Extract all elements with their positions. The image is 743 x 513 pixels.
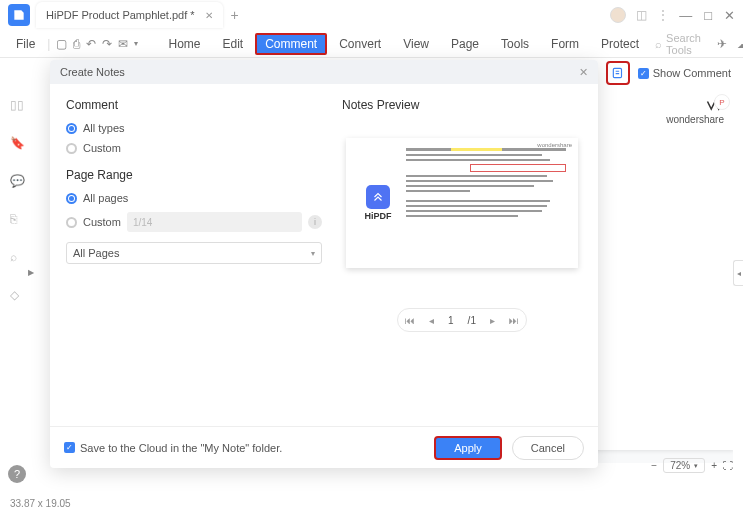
preview-section-title: Notes Preview bbox=[342, 98, 582, 112]
cancel-button[interactable]: Cancel bbox=[512, 436, 584, 460]
create-notes-dialog: Create Notes ✕ Comment All types Custom … bbox=[50, 60, 598, 468]
dialog-footer: ✓ Save to the Cloud in the "My Note" fol… bbox=[50, 426, 598, 468]
tab-view[interactable]: View bbox=[393, 33, 439, 55]
tab-home[interactable]: Home bbox=[158, 33, 210, 55]
zoom-out-button[interactable]: − bbox=[651, 460, 657, 471]
title-bar: HiPDF Product Pamphlet.pdf * ✕ + ◫ ⋮ — □… bbox=[0, 0, 743, 30]
cursor-coordinates: 33.87 x 19.05 bbox=[10, 498, 71, 509]
bookmark-icon[interactable]: 🔖 bbox=[10, 136, 26, 152]
pager-prev-button[interactable]: ◂ bbox=[423, 315, 440, 326]
dialog-close-button[interactable]: ✕ bbox=[579, 66, 588, 79]
add-tab-button[interactable]: + bbox=[231, 7, 239, 23]
dropdown-icon[interactable]: ▾ bbox=[134, 35, 138, 53]
radio-custom-comment[interactable]: Custom bbox=[66, 142, 322, 154]
status-bar: 33.87 x 19.05 bbox=[0, 493, 743, 513]
app-logo bbox=[8, 4, 30, 26]
tab-protect[interactable]: Protect bbox=[591, 33, 649, 55]
radio-custom-comment-label: Custom bbox=[83, 142, 121, 154]
user-avatar[interactable] bbox=[610, 7, 626, 23]
undo-icon[interactable]: ↶ bbox=[86, 35, 96, 53]
zoom-value: 72% bbox=[670, 460, 690, 471]
pager-next-button[interactable]: ▸ bbox=[484, 315, 501, 326]
pages-select[interactable]: All Pages ▾ bbox=[66, 242, 322, 264]
help-button[interactable]: ? bbox=[8, 465, 26, 483]
main-toolbar: File | ▢ ⎙ ↶ ↷ ✉ ▾ Home Edit Comment Con… bbox=[0, 30, 743, 58]
expand-sidebar-icon[interactable]: ▶ bbox=[28, 268, 34, 277]
right-panel-handle[interactable]: ◂ bbox=[733, 260, 743, 286]
pager-total: /1 bbox=[462, 315, 482, 326]
dialog-header: Create Notes ✕ bbox=[50, 60, 598, 84]
document-viewport[interactable]: wondershare P e, t can be so split, sign… bbox=[598, 90, 733, 463]
custom-range-input[interactable]: 1/14 bbox=[127, 212, 302, 232]
save-to-cloud-label: Save to the Cloud in the "My Note" folde… bbox=[80, 442, 282, 454]
radio-custom-range-label: Custom bbox=[83, 216, 121, 228]
search-tools[interactable]: ⌕ Search Tools bbox=[655, 32, 701, 56]
apply-button[interactable]: Apply bbox=[434, 436, 502, 460]
save-icon[interactable]: ▢ bbox=[56, 35, 67, 53]
wondershare-label: wondershare bbox=[666, 114, 724, 125]
radio-checked-icon bbox=[66, 123, 77, 134]
search-placeholder: Search Tools bbox=[666, 32, 701, 56]
cloud-icon[interactable]: ☁ bbox=[737, 37, 743, 51]
notify-icon[interactable]: ◫ bbox=[636, 8, 647, 22]
show-comment-label: Show Comment bbox=[653, 67, 731, 79]
search-panel-icon[interactable]: ⌕ bbox=[10, 250, 26, 266]
document-body-text: e, t can be so split, sign,t, etc. ks to… bbox=[598, 180, 730, 414]
radio-all-types-label: All types bbox=[83, 122, 125, 134]
hipdf-logo-icon bbox=[366, 185, 390, 209]
thumbnails-icon[interactable]: ▯▯ bbox=[10, 98, 26, 114]
comments-panel-icon[interactable]: 💬 bbox=[10, 174, 26, 190]
fit-page-icon[interactable]: ⛶ bbox=[723, 460, 733, 471]
preview-brand-label: wondershare bbox=[537, 142, 572, 148]
custom-range-placeholder: 1/14 bbox=[133, 217, 152, 228]
radio-all-pages-label: All pages bbox=[83, 192, 128, 204]
maximize-button[interactable]: □ bbox=[704, 8, 712, 23]
document-page: wondershare P e, t can be so split, sign… bbox=[598, 90, 733, 450]
preview-thumbnail: wondershare HiPDF bbox=[346, 138, 578, 268]
checkbox-checked-icon: ✓ bbox=[638, 68, 649, 79]
pager-current: 1 bbox=[442, 315, 460, 326]
radio-custom-range[interactable]: Custom bbox=[66, 216, 121, 228]
info-icon[interactable]: i bbox=[308, 215, 322, 229]
radio-checked-icon bbox=[66, 193, 77, 204]
page-range-section-title: Page Range bbox=[66, 168, 322, 182]
radio-all-pages[interactable]: All pages bbox=[66, 192, 322, 204]
mail-icon[interactable]: ✉ bbox=[118, 35, 128, 53]
create-notes-button[interactable] bbox=[606, 61, 630, 85]
attachments-icon[interactable]: ⎘ bbox=[10, 212, 26, 228]
more-icon[interactable]: ⋮ bbox=[657, 8, 669, 22]
tab-comment[interactable]: Comment bbox=[255, 33, 327, 55]
print-icon[interactable]: ⎙ bbox=[73, 35, 80, 53]
document-tab[interactable]: HiPDF Product Pamphlet.pdf * ✕ bbox=[36, 2, 223, 28]
file-menu[interactable]: File bbox=[10, 35, 41, 53]
show-comment-toggle[interactable]: ✓ Show Comment bbox=[638, 67, 731, 79]
tab-tools[interactable]: Tools bbox=[491, 33, 539, 55]
zoom-in-button[interactable]: + bbox=[711, 460, 717, 471]
tab-convert[interactable]: Convert bbox=[329, 33, 391, 55]
zoom-select[interactable]: 72% ▾ bbox=[663, 458, 705, 473]
view-controls: − 72% ▾ + ⛶ bbox=[651, 458, 733, 473]
search-icon: ⌕ bbox=[655, 38, 662, 50]
pdf-badge-icon: P bbox=[714, 94, 730, 110]
radio-unchecked-icon bbox=[66, 143, 77, 154]
pages-select-value: All Pages bbox=[73, 247, 119, 259]
send-icon[interactable]: ✈ bbox=[717, 37, 727, 51]
tab-page[interactable]: Page bbox=[441, 33, 489, 55]
save-to-cloud-checkbox[interactable]: ✓ Save to the Cloud in the "My Note" fol… bbox=[64, 442, 282, 454]
close-tab-icon[interactable]: ✕ bbox=[205, 10, 213, 21]
tab-edit[interactable]: Edit bbox=[212, 33, 253, 55]
tab-form[interactable]: Form bbox=[541, 33, 589, 55]
dialog-title: Create Notes bbox=[60, 66, 125, 78]
pager-last-button[interactable]: ⏭ bbox=[503, 315, 525, 326]
minimize-button[interactable]: — bbox=[679, 8, 692, 23]
checkbox-checked-icon: ✓ bbox=[64, 442, 75, 453]
radio-all-types[interactable]: All types bbox=[66, 122, 322, 134]
radio-unchecked-icon bbox=[66, 217, 77, 228]
layers-icon[interactable]: ◇ bbox=[10, 288, 26, 304]
redo-icon[interactable]: ↷ bbox=[102, 35, 112, 53]
comment-section-title: Comment bbox=[66, 98, 322, 112]
close-window-button[interactable]: ✕ bbox=[724, 8, 735, 23]
hipdf-logo-label: HiPDF bbox=[365, 211, 392, 221]
pager-first-button[interactable]: ⏮ bbox=[399, 315, 421, 326]
left-sidebar: ▯▯ 🔖 💬 ⎘ ⌕ ◇ ▶ bbox=[0, 58, 36, 475]
